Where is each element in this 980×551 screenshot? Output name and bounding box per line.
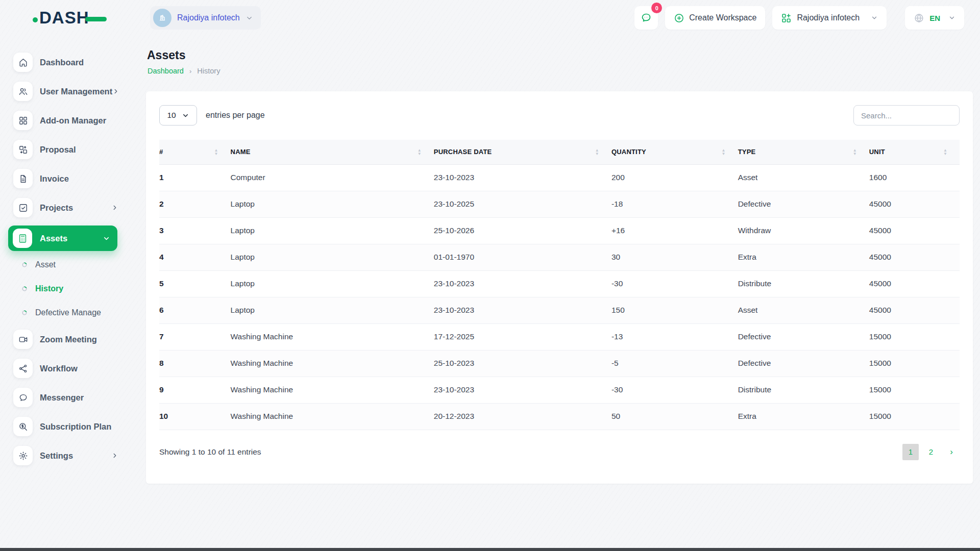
table-controls: 10 entries per page — [159, 105, 960, 126]
sidebar-item-settings[interactable]: Settings — [13, 444, 118, 467]
messenger-icon — [13, 388, 33, 407]
sidebar-item-subscription-plan[interactable]: Subscription Plan — [13, 415, 118, 438]
unit-cell: 15000 — [869, 377, 960, 403]
home-icon — [13, 53, 33, 72]
sidebar-item-label: Dashboard — [40, 58, 84, 67]
purchase-date-cell: 17-12-2025 — [434, 323, 611, 350]
sidebar-subitem-history[interactable]: History — [21, 280, 118, 297]
type-cell: Distribute — [738, 377, 869, 403]
column-header-purchase-date[interactable]: PURCHASE DATE▲▼ — [434, 140, 611, 164]
purchase-date-cell: 23-10-2023 — [434, 270, 611, 297]
sidebar-item-label: Proposal — [40, 145, 76, 155]
sidebar-item-dashboard[interactable]: Dashboard — [13, 51, 118, 73]
sidebar-subitem-defective-manage[interactable]: Defective Manage — [21, 304, 118, 321]
page-button-1[interactable]: 1 — [902, 444, 919, 460]
sidebar-item-proposal[interactable]: Proposal — [13, 138, 118, 161]
breadcrumb: Dashboard › History — [148, 67, 220, 75]
messages-button[interactable]: 0 — [634, 6, 658, 30]
sidebar-item-label: Subscription Plan — [40, 422, 111, 432]
row-number-cell: 9 — [159, 377, 231, 403]
quantity-cell: 200 — [611, 164, 738, 191]
sidebar-subitem-asset[interactable]: Asset — [21, 256, 118, 273]
sidebar-item-user-management[interactable]: User Management — [13, 80, 118, 103]
entries-per-page-label: entries per page — [206, 111, 265, 120]
breadcrumb-separator: › — [189, 67, 191, 75]
workspace-selector[interactable]: Rajodiya infotech — [150, 6, 261, 30]
quantity-cell: -18 — [611, 191, 738, 217]
language-label: EN — [929, 14, 940, 22]
history-table: #▲▼NAME▲▼PURCHASE DATE▲▼QUANTITY▲▼TYPE▲▼… — [159, 140, 960, 430]
top-bar: DASH Rajodiya infotech 0 Create Workspac… — [0, 0, 980, 36]
globe-icon — [914, 13, 924, 23]
sidebar-item-label: User Management — [40, 87, 112, 96]
table-row: 3Laptop25-10-2026+16Withdraw45000 — [159, 217, 960, 244]
breadcrumb-dashboard-link[interactable]: Dashboard — [148, 67, 184, 75]
purchase-date-cell: 23-10-2025 — [434, 191, 611, 217]
sidebar-subitem-label: Defective Manage — [35, 308, 101, 317]
circle-dot-icon — [21, 310, 28, 316]
sidebar-item-label: Assets — [40, 234, 67, 243]
gear-icon — [13, 446, 33, 465]
column-header-type[interactable]: TYPE▲▼ — [738, 140, 869, 164]
unit-cell: 45000 — [869, 297, 960, 323]
unit-cell: 15000 — [869, 403, 960, 430]
plus-circle-icon — [674, 13, 684, 23]
sidebar-item-workflow[interactable]: Workflow — [13, 357, 118, 380]
sidebar-item-invoice[interactable]: Invoice — [13, 167, 118, 190]
language-menu-button[interactable]: EN — [905, 6, 964, 30]
sidebar-submenu-assets: AssetHistoryDefective Manage — [0, 256, 126, 321]
row-number-cell: 1 — [159, 164, 231, 191]
quantity-cell: 30 — [611, 244, 738, 270]
sidebar-nav: DashboardUser ManagementAdd-on ManagerPr… — [0, 36, 126, 551]
workspace-menu-button[interactable]: Rajodiya infotech — [772, 6, 887, 30]
column-header-[interactable]: #▲▼ — [159, 140, 231, 164]
row-number-cell: 3 — [159, 217, 231, 244]
sidebar-item-messenger[interactable]: Messenger — [13, 386, 118, 409]
column-header-quantity[interactable]: QUANTITY▲▼ — [611, 140, 738, 164]
breadcrumb-current: History — [197, 67, 220, 75]
type-cell: Asset — [738, 297, 869, 323]
unit-cell: 45000 — [869, 244, 960, 270]
users-icon — [13, 82, 33, 101]
next-page-button[interactable]: › — [943, 444, 960, 460]
sidebar-item-projects[interactable]: Projects — [13, 196, 118, 219]
sidebar-item-add-on-manager[interactable]: Add-on Manager — [13, 109, 118, 132]
column-header-label: # — [159, 148, 163, 156]
column-header-label: TYPE — [738, 148, 756, 156]
row-number-cell: 4 — [159, 244, 231, 270]
swap-boxes-icon — [13, 140, 33, 159]
column-header-unit[interactable]: UNIT▲▼ — [869, 140, 960, 164]
unit-cell: 45000 — [869, 270, 960, 297]
column-header-name[interactable]: NAME▲▼ — [231, 140, 434, 164]
sort-arrows-icon: ▲▼ — [853, 148, 857, 156]
column-header-label: QUANTITY — [611, 148, 646, 156]
sidebar-item-label: Workflow — [40, 364, 78, 373]
column-header-label: PURCHASE DATE — [434, 148, 492, 156]
sidebar-item-assets[interactable]: Assets — [8, 226, 117, 251]
name-cell: Laptop — [231, 297, 434, 323]
chevron-right-icon — [111, 452, 118, 459]
sidebar-item-label: Messenger — [40, 393, 84, 403]
type-cell: Extra — [738, 244, 869, 270]
sidebar-subitem-label: History — [35, 284, 63, 293]
name-cell: Laptop — [231, 191, 434, 217]
row-number-cell: 5 — [159, 270, 231, 297]
sidebar-item-label: Projects — [40, 203, 73, 213]
logo-dash-icon — [85, 17, 107, 21]
sidebar-item-label: Settings — [40, 451, 73, 461]
entries-summary: Showing 1 to 10 of 11 entries — [159, 447, 261, 457]
quantity-cell: -30 — [611, 270, 738, 297]
video-camera-icon — [13, 330, 33, 349]
sidebar-item-zoom-meeting[interactable]: Zoom Meeting — [13, 328, 118, 350]
create-workspace-button[interactable]: Create Workspace — [665, 6, 765, 30]
sort-arrows-icon: ▲▼ — [722, 148, 726, 156]
entries-per-page-select[interactable]: 10 — [159, 105, 197, 126]
workflow-icon — [13, 359, 33, 378]
workspace-selector-label: Rajodiya infotech — [177, 13, 240, 22]
type-cell: Distribute — [738, 270, 869, 297]
purchase-date-cell: 25-10-2023 — [434, 350, 611, 377]
name-cell: Laptop — [231, 244, 434, 270]
page-button-2[interactable]: 2 — [923, 444, 939, 460]
quantity-cell: +16 — [611, 217, 738, 244]
search-input[interactable] — [853, 105, 960, 126]
